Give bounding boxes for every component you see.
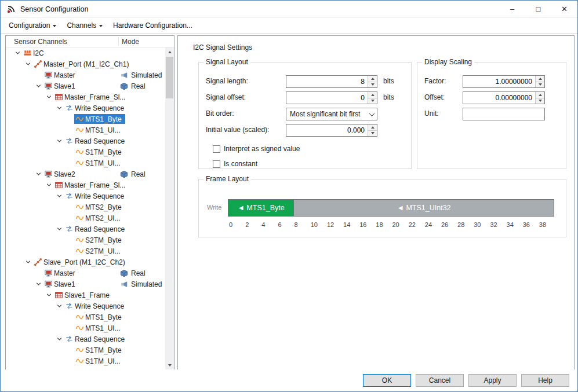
tree-item-content[interactable]: Master — [43, 268, 79, 278]
tree-item-content[interactable]: Slave1 — [43, 279, 79, 289]
unit-input[interactable] — [463, 108, 545, 120]
menu-channels[interactable]: Channels — [61, 19, 108, 32]
initial-value-spin-up-button[interactable] — [368, 124, 377, 131]
tree-item-mts2-byte[interactable]: MTS2_Byte — [6, 202, 165, 213]
tree-item-master[interactable]: MasterReal — [6, 268, 165, 279]
signed-value-checkbox[interactable] — [213, 145, 220, 153]
chevron-down-icon[interactable] — [44, 93, 53, 102]
tree-item-s1tm-ui[interactable]: S1TM_UI... — [6, 356, 165, 367]
chevron-down-icon[interactable] — [23, 60, 32, 69]
chevron-down-icon[interactable] — [34, 82, 43, 91]
chevron-down-icon[interactable] — [54, 302, 64, 311]
chevron-down-icon[interactable] — [13, 49, 22, 58]
ok-button[interactable]: OK — [363, 374, 411, 387]
tree-item-content[interactable]: S2TM_Byte — [74, 235, 125, 245]
tree-item-write-sequence[interactable]: Write Sequence — [6, 102, 165, 113]
help-button[interactable]: Help — [521, 374, 569, 387]
tree-item-content[interactable]: Slave_Port (M1_I2C_Ch2) — [32, 257, 129, 267]
tree-item-content[interactable]: S1TM_Byte — [74, 345, 125, 355]
tree-item-content[interactable]: MTS2_UI... — [74, 213, 124, 223]
chevron-down-icon[interactable] — [54, 335, 64, 344]
chevron-down-icon[interactable] — [34, 280, 43, 289]
maximize-button[interactable]: □ — [525, 1, 551, 17]
tree-item-content[interactable]: S1TM_UI... — [74, 356, 124, 366]
signal-length-value[interactable]: 8 — [286, 76, 368, 87]
tree-item-content[interactable]: Master_Frame_Sl... — [53, 180, 129, 190]
factor-value[interactable]: 1.00000000 — [463, 76, 535, 87]
menu-configuration[interactable]: Configuration — [3, 19, 61, 32]
tree-item-s1tm-ui[interactable]: S1TM_UI... — [6, 157, 165, 168]
tree-item-content[interactable]: Read Sequence — [64, 136, 128, 146]
tree-item-s1tm-byte[interactable]: S1TM_Byte — [6, 146, 165, 157]
tree-item-mts1-ui[interactable]: MTS1_UI... — [6, 323, 165, 334]
factor-input[interactable]: 1.00000000 — [463, 75, 545, 88]
tree-item-master-frame-sl[interactable]: Master_Frame_Sl... — [6, 179, 165, 190]
tree-item-content[interactable]: Slave2 — [43, 169, 79, 179]
chevron-down-icon[interactable] — [23, 258, 32, 267]
frame-segment-mts1-uint32[interactable]: ◄ MTS1_UInt32 — [293, 200, 554, 216]
chevron-down-icon[interactable] — [44, 291, 53, 300]
tree-item-content[interactable]: Read Sequence — [64, 334, 128, 344]
tree-item-content[interactable]: Slave1_Frame — [53, 290, 113, 300]
close-button[interactable]: ✕ — [551, 1, 577, 17]
apply-button[interactable]: Apply — [468, 374, 517, 387]
tree-item-slave1[interactable]: Slave1Simulated — [6, 279, 165, 290]
tree-item-mts2-ui[interactable]: MTS2_UI... — [6, 213, 165, 224]
signal-offset-spin-down-button[interactable] — [368, 98, 377, 104]
chevron-down-icon[interactable] — [366, 108, 377, 120]
tree-item-content[interactable]: MTS1_Byte — [74, 312, 125, 322]
tree-item-content[interactable]: Master_Frame_Sl... — [53, 92, 129, 102]
tree-item-master-port-m1-i2c-ch1[interactable]: Master_Port (M1_I2C_Ch1) — [6, 58, 165, 69]
bit-order-dropdown[interactable]: Most significant bit first — [286, 108, 377, 120]
tree-item-content[interactable]: S1TM_UI... — [74, 158, 124, 168]
initial-value-input[interactable]: 0.000 — [286, 124, 377, 137]
tree-item-content[interactable]: Write Sequence — [64, 301, 128, 311]
minimize-button[interactable]: – — [499, 1, 525, 17]
tree-item-master[interactable]: MasterSimulated — [6, 69, 165, 80]
tree-item-slave2[interactable]: Slave2Real — [6, 168, 165, 179]
tree-scrollbar[interactable] — [165, 47, 174, 369]
chevron-down-icon[interactable] — [54, 225, 64, 234]
factor-spin-up-button[interactable] — [536, 76, 544, 82]
tree-item-content[interactable]: Read Sequence — [64, 224, 128, 234]
tree-item-s2tm-ui[interactable]: S2TM_UI... — [6, 246, 165, 257]
tree-item-read-sequence[interactable]: Read Sequence — [6, 334, 165, 345]
offset-spin-up-button[interactable] — [536, 92, 544, 98]
tree-item-content[interactable]: Master — [43, 70, 79, 80]
cancel-button[interactable]: Cancel — [416, 374, 464, 387]
tree-item-master-frame-sl[interactable]: Master_Frame_Sl... — [6, 91, 165, 102]
frame-segment-mts1-byte[interactable]: ◄ MTS1_Byte — [228, 200, 293, 216]
tree-item-i2c[interactable]: I2C — [6, 47, 165, 58]
tree-item-slave1[interactable]: Slave1Real — [6, 80, 165, 91]
tree-item-content[interactable]: MTS1_Byte — [74, 114, 125, 124]
offset-spin-down-button[interactable] — [536, 98, 544, 104]
signal-length-spin-up-button[interactable] — [368, 76, 377, 82]
tree-item-mts1-byte[interactable]: MTS1_Byte — [6, 113, 165, 124]
tree-item-read-sequence[interactable]: Read Sequence — [6, 135, 165, 146]
initial-value-spin-down-button[interactable] — [368, 131, 377, 137]
scrollbar-thumb[interactable] — [166, 57, 173, 98]
signal-offset-value[interactable]: 0 — [286, 92, 368, 104]
chevron-down-icon[interactable] — [54, 104, 64, 113]
scrollbar-down-arrow[interactable] — [165, 361, 174, 369]
tree-item-content[interactable]: MTS1_UI... — [74, 125, 124, 135]
tree-item-content[interactable]: Slave1 — [43, 81, 79, 91]
tree-item-content[interactable]: I2C — [22, 48, 48, 58]
offset-value[interactable]: 0.00000000 — [463, 92, 535, 104]
tree-item-content[interactable]: Master_Port (M1_I2C_Ch1) — [32, 59, 132, 69]
menu-hardware-configuration[interactable]: Hardware Configuration... — [108, 19, 198, 32]
signal-offset-input[interactable]: 0 — [286, 91, 377, 104]
tree-item-mts1-ui[interactable]: MTS1_UI... — [6, 124, 165, 135]
chevron-down-icon[interactable] — [54, 192, 64, 201]
chevron-down-icon[interactable] — [54, 137, 64, 146]
tree-item-content[interactable]: Write Sequence — [64, 103, 128, 113]
tree-item-write-sequence[interactable]: Write Sequence — [6, 301, 165, 312]
chevron-down-icon[interactable] — [44, 181, 53, 190]
tree-item-read-sequence[interactable]: Read Sequence — [6, 224, 165, 235]
tree-item-content[interactable]: Write Sequence — [64, 191, 128, 201]
initial-value-value[interactable]: 0.000 — [286, 124, 368, 136]
tree-item-content[interactable]: S1TM_Byte — [74, 147, 125, 157]
signal-length-input[interactable]: 8 — [286, 75, 377, 88]
tree-item-mts1-byte[interactable]: MTS1_Byte — [6, 312, 165, 323]
tree-item-write-sequence[interactable]: Write Sequence — [6, 190, 165, 202]
